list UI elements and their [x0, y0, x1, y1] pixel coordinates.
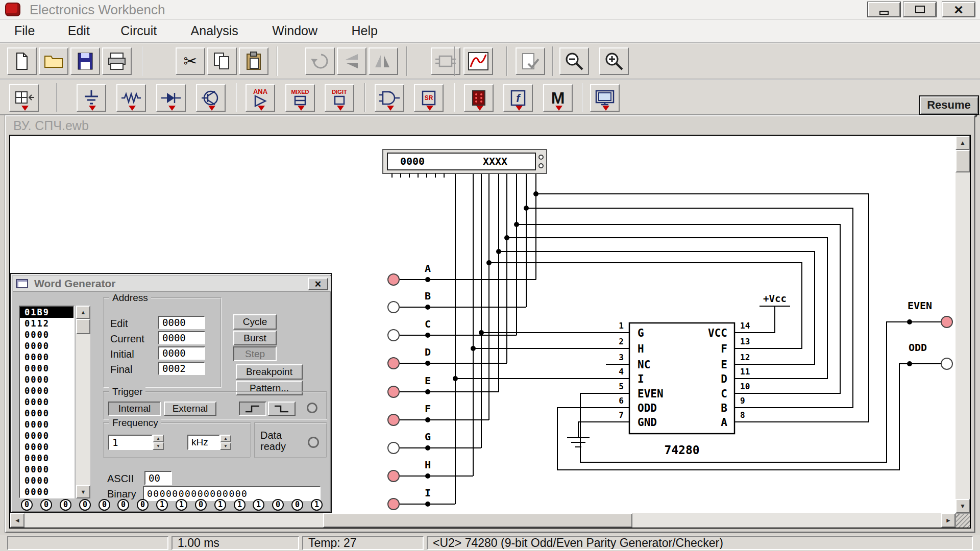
list-scroll-thumb[interactable]	[76, 319, 90, 334]
scroll-up-button[interactable]: ▲	[955, 136, 970, 150]
zoom-out-button[interactable]	[559, 47, 589, 75]
flip-vertical-button[interactable]	[337, 47, 366, 75]
controls-bin-button[interactable]: f	[503, 84, 533, 112]
horizontal-scroll-thumb[interactable]	[323, 513, 632, 528]
bit-toggle-2[interactable]: 0	[272, 499, 284, 511]
edit-address-field[interactable]: 0000	[158, 316, 205, 329]
pattern-row[interactable]: 0000	[20, 352, 74, 363]
cut-button[interactable]: ✂	[176, 47, 205, 75]
pattern-row[interactable]: 0000	[20, 419, 74, 430]
dialog-close-button[interactable]: ×	[308, 278, 328, 290]
current-address-field[interactable]: 0000	[158, 331, 205, 344]
bit-toggle-8[interactable]: 1	[156, 499, 168, 511]
parity-chip-74280[interactable]: G H NC I EVEN ODD GND VCC F E D C B A 1 …	[619, 321, 750, 457]
vertical-scroll-thumb[interactable]	[955, 150, 970, 172]
breakpoint-button[interactable]: Breakpoint	[236, 364, 303, 380]
trigger-rising-edge-button[interactable]	[239, 402, 266, 416]
open-button[interactable]	[39, 47, 68, 75]
frequency-spinner[interactable]: ▲ ▼	[153, 435, 164, 450]
bit-toggle-7[interactable]: 1	[176, 499, 187, 511]
bit-toggle-5[interactable]: 1	[214, 499, 226, 511]
paste-button[interactable]	[239, 47, 268, 75]
spinner-up-button[interactable]: ▲	[153, 435, 164, 442]
app-logo-icon[interactable]	[5, 3, 20, 16]
pattern-row[interactable]: 0000	[20, 475, 74, 486]
menu-circuit[interactable]: Circuit	[120, 23, 157, 38]
step-button[interactable]: Step	[233, 346, 277, 361]
terminal-connector[interactable]	[388, 470, 399, 482]
frequency-unit-field[interactable]: kHz	[187, 435, 220, 450]
pattern-row[interactable]: 0000	[20, 385, 74, 396]
menu-file[interactable]: File	[14, 23, 35, 38]
resize-grip[interactable]	[955, 513, 970, 528]
menu-edit[interactable]: Edit	[68, 23, 90, 38]
terminal-connector[interactable]	[388, 442, 399, 454]
bit-toggle-0[interactable]: 1	[311, 499, 323, 511]
instruments-bin-button[interactable]	[590, 84, 620, 112]
save-button[interactable]	[70, 47, 100, 75]
pattern-row[interactable]: 0000	[20, 408, 74, 419]
logic-gates-bin-button[interactable]	[375, 84, 404, 112]
terminal-connector[interactable]	[388, 358, 399, 369]
transistors-bin-button[interactable]	[196, 84, 226, 112]
favorites-bin-button[interactable]	[9, 84, 39, 112]
pattern-list[interactable]: 01B9 0112 0000 0000 0000 0000 0000 0000 …	[19, 306, 75, 498]
resume-button[interactable]: Resume	[919, 95, 979, 115]
bit-toggle-9[interactable]: 0	[137, 499, 149, 511]
binary-field[interactable]: 0000000000000000	[143, 486, 321, 501]
scroll-right-button[interactable]: ►	[941, 513, 955, 528]
terminal-connector[interactable]	[388, 330, 399, 341]
minimize-button[interactable]	[868, 2, 900, 17]
menu-analysis[interactable]: Analysis	[191, 23, 238, 38]
pattern-row[interactable]: 0000	[20, 340, 74, 352]
bit-toggle-13[interactable]: 0	[60, 499, 71, 511]
maximize-button[interactable]	[903, 2, 936, 17]
pattern-row[interactable]: 0000	[20, 441, 74, 453]
bit-toggle-15[interactable]: 0	[21, 499, 33, 511]
close-button[interactable]: ×	[942, 2, 975, 17]
bit-toggle-12[interactable]: 0	[79, 499, 91, 511]
even-connector[interactable]	[941, 316, 952, 328]
display-graphs-button[interactable]	[463, 47, 493, 75]
pattern-row[interactable]: 0112	[20, 318, 74, 329]
horizontal-scrollbar[interactable]: ◄ ►	[10, 513, 955, 528]
zoom-in-button[interactable]	[599, 47, 629, 75]
ascii-field[interactable]: 00	[144, 471, 172, 485]
terminal-connector[interactable]	[388, 498, 399, 510]
indicators-bin-button[interactable]	[464, 84, 494, 112]
terminal-connector[interactable]	[388, 386, 399, 397]
bit-toggle-6[interactable]: 0	[195, 499, 207, 511]
terminal-connector[interactable]	[388, 274, 399, 285]
dialog-title-bar[interactable]: Word Generator ×	[13, 276, 331, 292]
frequency-value-field[interactable]: 1	[108, 435, 153, 450]
pattern-row[interactable]: 0000	[20, 329, 74, 340]
pattern-row[interactable]: 0000	[20, 486, 74, 497]
menu-window[interactable]: Window	[272, 23, 317, 38]
cycle-button[interactable]: Cycle	[233, 314, 277, 330]
initial-address-field[interactable]: 0000	[158, 346, 205, 360]
bit-toggle-11[interactable]: 0	[99, 499, 110, 511]
flip-horizontal-button[interactable]	[369, 47, 398, 75]
spinner-up-button[interactable]: ▲	[220, 435, 231, 442]
sources-bin-button[interactable]	[77, 84, 106, 112]
terminal-connector[interactable]	[388, 414, 399, 425]
list-scroll-up-button[interactable]: ▲	[76, 306, 90, 319]
digital-ics-bin-button[interactable]: DIGIT	[325, 84, 354, 112]
bit-toggle-3[interactable]: 1	[253, 499, 264, 511]
component-properties-button[interactable]	[516, 47, 545, 75]
burst-button[interactable]: Burst	[233, 331, 277, 345]
diodes-bin-button[interactable]	[156, 84, 186, 112]
spinner-down-button[interactable]: ▼	[220, 442, 231, 450]
bit-toggle-4[interactable]: 1	[234, 499, 246, 511]
pattern-row[interactable]: 0000	[20, 363, 74, 374]
vertical-scrollbar[interactable]: ▲ ▼	[955, 136, 970, 513]
new-button[interactable]	[7, 47, 37, 75]
pattern-row[interactable]: 0000	[20, 396, 74, 408]
odd-connector[interactable]	[941, 358, 952, 369]
list-scroll-down-button[interactable]: ▼	[76, 485, 90, 498]
print-button[interactable]	[102, 47, 132, 75]
pattern-row-selected[interactable]: 01B9	[20, 307, 74, 318]
basic-bin-button[interactable]	[116, 84, 146, 112]
misc-bin-button[interactable]: M	[543, 84, 573, 112]
copy-button[interactable]	[207, 47, 237, 75]
